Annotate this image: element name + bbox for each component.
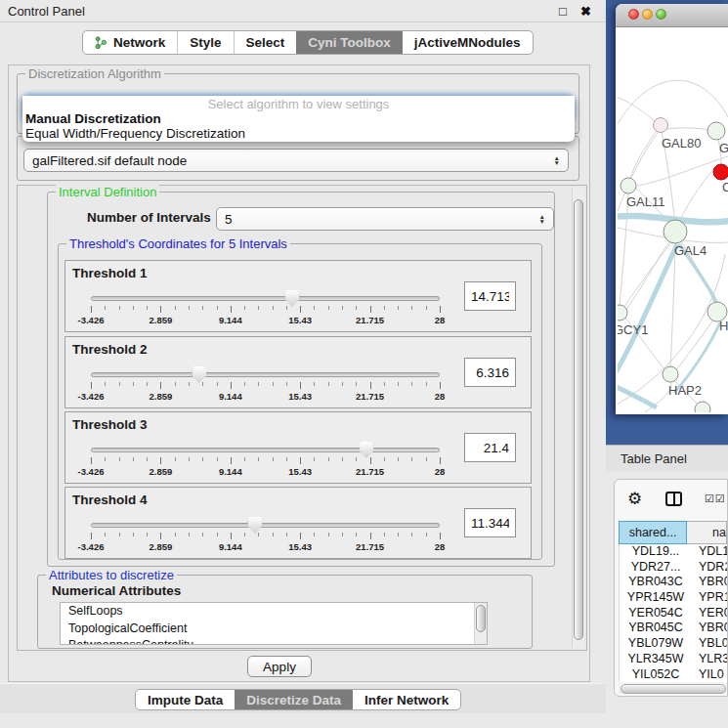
tab-network[interactable]: Network bbox=[83, 31, 177, 54]
algorithm-option-equal-width[interactable]: Equal Width/Frequency Discretization bbox=[22, 126, 575, 141]
close-icon[interactable]: ✖ bbox=[580, 4, 591, 19]
threshold-label: Threshold 2 bbox=[72, 342, 148, 357]
numerical-attributes-list: SelfLoops TopologicalCoefficient Between… bbox=[60, 602, 488, 645]
num-intervals-value: 5 bbox=[225, 212, 233, 227]
tab-label: Cyni Toolbox bbox=[308, 35, 391, 50]
slider-thumb[interactable] bbox=[360, 442, 374, 458]
node-bottom[interactable] bbox=[695, 402, 710, 412]
network-graph: GAL80 GA C GAL11 GAL4 GCY1 H HAP2 bbox=[618, 27, 728, 412]
slider-thumb[interactable] bbox=[247, 517, 262, 534]
threshold-value-input[interactable] bbox=[464, 433, 516, 462]
scrollbar-thumb[interactable] bbox=[476, 605, 486, 632]
apply-button[interactable]: Apply bbox=[247, 656, 312, 677]
table-row[interactable]: YPR145WYPR1 bbox=[620, 590, 727, 606]
horizontal-scrollbar[interactable] bbox=[619, 683, 727, 694]
threshold-panel-4: Threshold 4 -3.4262.8599.14415.4321.7152… bbox=[64, 487, 532, 559]
algorithm-option-manual[interactable]: Manual Discretization bbox=[22, 111, 575, 126]
threshold-slider[interactable] bbox=[91, 448, 440, 453]
checkbox-icons[interactable]: ☑☑ bbox=[705, 492, 726, 505]
node-gal80[interactable] bbox=[654, 118, 668, 133]
tab-label: Impute Data bbox=[148, 693, 223, 707]
split-columns-icon[interactable] bbox=[665, 492, 682, 506]
table-row[interactable]: YDL19...YDL1 bbox=[620, 544, 727, 560]
minimize-traffic-light-icon[interactable] bbox=[642, 9, 653, 20]
spinner-arrows-icon: ▲▼ bbox=[539, 214, 545, 225]
threshold-slider[interactable] bbox=[91, 523, 440, 529]
svg-text:GA: GA bbox=[719, 141, 728, 155]
panel-scrollbar[interactable] bbox=[572, 188, 584, 648]
threshold-value-input[interactable] bbox=[464, 508, 516, 537]
scrollbar-thumb[interactable] bbox=[574, 199, 583, 640]
group-title: Attributes to discretize bbox=[46, 568, 177, 582]
node-hap2[interactable] bbox=[663, 366, 678, 382]
list-item[interactable]: BetweennessCentrality bbox=[61, 637, 487, 645]
scrollbar-thumb[interactable] bbox=[621, 684, 726, 694]
table-row[interactable]: YLR345WYLR3 bbox=[620, 652, 727, 667]
node-gal11[interactable] bbox=[621, 178, 636, 193]
threshold-slider[interactable] bbox=[91, 296, 440, 302]
threshold-coordinates-group: Threshold's Coordinates for 5 Intervals … bbox=[58, 243, 542, 560]
table-row[interactable]: YER054CYER0 bbox=[620, 606, 727, 621]
threshold-value-input[interactable] bbox=[464, 281, 516, 311]
algorithm-placeholder-option[interactable]: Select algorithm to view settings bbox=[22, 97, 575, 111]
float-window-icon[interactable]: □ bbox=[559, 4, 567, 19]
table-data-group: Table Data galFiltered.sif default node … bbox=[17, 136, 579, 181]
tab-label: Select bbox=[246, 35, 285, 50]
node-red-selected[interactable] bbox=[713, 164, 728, 180]
list-scrollbar[interactable] bbox=[474, 603, 487, 644]
slider-thumb[interactable] bbox=[285, 290, 300, 307]
svg-text:GCY1: GCY1 bbox=[618, 322, 648, 337]
list-item[interactable]: SelfLoops bbox=[61, 603, 487, 621]
group-title: Threshold's Coordinates for 5 Intervals bbox=[66, 236, 290, 251]
table-row[interactable]: YIL052CYIL0 bbox=[620, 667, 727, 683]
column-header-name[interactable]: na bbox=[687, 521, 727, 544]
algorithm-dropdown-popup: Select algorithm to view settings Manual… bbox=[22, 96, 575, 142]
attributes-group: Attributes to discretize Numerical Attri… bbox=[37, 575, 533, 649]
window-title: Control Panel bbox=[8, 4, 85, 19]
svg-text:GAL4: GAL4 bbox=[674, 243, 707, 258]
numerical-attributes-label: Numerical Attributes bbox=[52, 583, 181, 598]
slider-ticks bbox=[91, 382, 440, 390]
table-row[interactable]: YDR27...YDR2 bbox=[620, 560, 727, 576]
network-node-labels: GAL80 GA C GAL11 GAL4 GCY1 H HAP2 bbox=[618, 136, 728, 398]
column-header-shared-name[interactable]: shared... bbox=[619, 521, 687, 544]
svg-text:H: H bbox=[719, 319, 728, 333]
tab-style[interactable]: Style bbox=[177, 31, 233, 54]
slider-tick-labels: -3.4262.8599.14415.4321.71528 bbox=[91, 391, 440, 403]
table-panel-card: ⚙ ☑☑ shared... na YDL19...YDL1 YDR27...Y… bbox=[614, 479, 728, 697]
slider-track[interactable] bbox=[91, 296, 440, 301]
node-gal4[interactable] bbox=[664, 220, 687, 243]
threshold-label: Threshold 3 bbox=[72, 417, 148, 432]
threshold-slider[interactable] bbox=[91, 372, 440, 378]
tab-jactivemnodules[interactable]: jActiveMNodules bbox=[403, 31, 533, 54]
table-row[interactable]: YBL079WYBL0 bbox=[620, 636, 727, 652]
discretization-algorithm-group: Discretization Algorithm ▲▼ Select algor… bbox=[17, 73, 579, 134]
table-data-combobox[interactable]: galFiltered.sif default node ▲▼ bbox=[23, 149, 569, 172]
control-panel-window: Control Panel □ ✖ Network Style Select C… bbox=[0, 0, 606, 728]
zoom-traffic-light-icon[interactable] bbox=[656, 9, 666, 20]
slider-track[interactable] bbox=[91, 523, 440, 528]
node-ga[interactable] bbox=[707, 122, 725, 140]
slider-thumb[interactable] bbox=[192, 366, 206, 383]
tab-discretize-data[interactable]: Discretize Data bbox=[235, 690, 353, 709]
slider-tick-labels: -3.4262.8599.14415.4321.71528 bbox=[91, 541, 440, 553]
tab-select[interactable]: Select bbox=[234, 31, 297, 54]
threshold-value-input[interactable] bbox=[464, 358, 516, 387]
gear-icon[interactable]: ⚙ bbox=[627, 489, 642, 509]
network-window-titlebar bbox=[616, 4, 728, 27]
table-row[interactable]: YBR043CYBR0 bbox=[620, 575, 727, 590]
close-traffic-light-icon[interactable] bbox=[628, 9, 639, 20]
slider-track[interactable] bbox=[91, 448, 440, 452]
slider-ticks bbox=[91, 533, 440, 540]
tab-cyni-toolbox[interactable]: Cyni Toolbox bbox=[296, 31, 403, 54]
num-intervals-combobox[interactable]: 5 ▲▼ bbox=[216, 207, 554, 231]
num-intervals-label: Number of Intervals bbox=[87, 210, 211, 225]
network-canvas[interactable]: GAL80 GA C GAL11 GAL4 GCY1 H HAP2 bbox=[618, 27, 728, 412]
table-row[interactable]: YBR045CYBR0 bbox=[620, 621, 727, 636]
bottom-tab-bar: Impute Data Discretize Data Infer Networ… bbox=[135, 689, 461, 710]
list-item[interactable]: TopologicalCoefficient bbox=[61, 621, 487, 638]
slider-track[interactable] bbox=[91, 372, 440, 377]
tab-impute-data[interactable]: Impute Data bbox=[136, 690, 235, 709]
tab-infer-network[interactable]: Infer Network bbox=[353, 690, 460, 709]
table-panel-title: Table Panel bbox=[621, 451, 687, 466]
